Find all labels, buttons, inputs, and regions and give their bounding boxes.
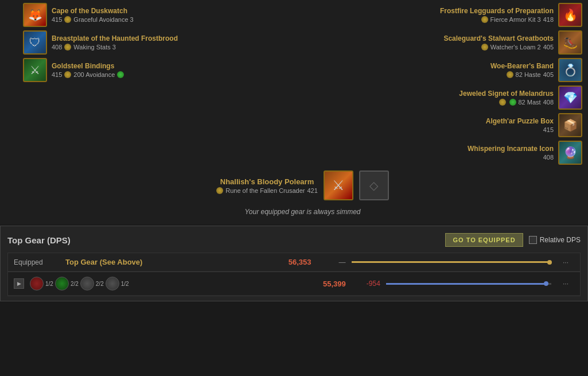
ilvl-cape: 415: [52, 16, 62, 23]
enchant-icon-ring1: [507, 71, 513, 78]
gear-name-breastplate[interactable]: Breastplate of the Haunted Frostbrood: [52, 34, 178, 42]
extra-icon-bindings: [117, 71, 124, 78]
gear-icon-trinket1[interactable]: 📦: [558, 113, 582, 137]
gear-icon-boots[interactable]: 🥾: [558, 30, 582, 55]
offhand-icon[interactable]: ◇: [359, 170, 389, 200]
enchant-weapon: Rune of the Fallen Crusader: [225, 187, 305, 194]
header-controls: GO TO EQUIPPED Relative DPS: [445, 233, 581, 247]
enchant-icon-ring2a: [499, 99, 506, 106]
ilvl-weapon: 421: [307, 187, 317, 194]
mini-icon-3[interactable]: [80, 277, 94, 290]
gear-name-boots[interactable]: Scaleguard's Stalwart Greatboots: [443, 34, 554, 42]
mini-icon-4[interactable]: [106, 277, 119, 290]
weapon-name[interactable]: Nhallish's Bloody Polearm: [220, 177, 314, 186]
alt-row-icons: 1/2 2/2 2/2 1/2: [30, 277, 129, 290]
gear-icon-cape[interactable]: 🦊: [23, 3, 47, 27]
row-diff-equipped: —: [317, 258, 346, 266]
ilvl-boots: 405: [543, 44, 554, 51]
top-gear-title: Top Gear (DPS): [7, 235, 71, 245]
gear-name-trinket1[interactable]: Algeth'ar Puzzle Box: [486, 117, 554, 125]
top-gear-table: Equipped Top Gear (See Above) 56,353 — ·…: [7, 253, 581, 296]
gear-item-ring2: Jeweled Signet of Melandrus 82 Mast 408 …: [309, 86, 583, 110]
enchant-icon-cape: [64, 16, 71, 23]
enchant-ring1: 82 Haste: [516, 71, 541, 78]
simmed-text: Your equipped gear is always simmed: [23, 205, 582, 222]
expand-icon[interactable]: ▶: [14, 278, 24, 289]
gear-icon-ring1[interactable]: 💍: [558, 58, 582, 82]
gear-icon-bindings[interactable]: ⚔: [23, 58, 47, 82]
gear-name-bindings[interactable]: Goldsteel Bindings: [52, 62, 124, 70]
row-bar-equipped: [352, 261, 552, 263]
mini-label-1: 1/2: [45, 281, 53, 287]
gear-item-cape: 🦊 Cape of the Duskwatch 415 Graceful Avo…: [23, 3, 297, 27]
gear-name-ring1[interactable]: Woe-Bearer's Band: [490, 62, 554, 70]
mini-icon-2[interactable]: [55, 277, 69, 290]
bar-dot-alt: [544, 281, 548, 286]
bar-fill-alt: [386, 283, 548, 285]
top-gear-header: Top Gear (DPS) GO TO EQUIPPED Relative D…: [7, 233, 581, 247]
row-label-equipped: Equipped: [14, 258, 60, 266]
table-row-equipped: Equipped Top Gear (See Above) 56,353 — ·…: [8, 253, 580, 272]
bar-fill-equipped: [352, 261, 552, 263]
top-gear-section: Top Gear (DPS) GO TO EQUIPPED Relative D…: [0, 226, 588, 301]
right-gear-column: Frostfire Legguards of Preparation Fierc…: [309, 3, 583, 165]
gear-name-ring2[interactable]: Jeweled Signet of Melandrus: [459, 90, 554, 98]
row-menu-alt[interactable]: ···: [557, 280, 574, 288]
offhand-empty-icon: ◇: [369, 179, 378, 192]
enchant-icon-ring2b: [509, 99, 516, 106]
relative-dps-label: Relative DPS: [540, 236, 581, 244]
weapon-info: Nhallish's Bloody Polearm Rune of the Fa…: [216, 177, 318, 194]
enchant-icon-bindings: [64, 71, 71, 78]
enchant-icon-weapon: [216, 187, 223, 194]
ilvl-trinket1: 415: [543, 126, 554, 133]
enchant-icon-breastplate: [64, 44, 71, 51]
gear-item-bindings: ⚔ Goldsteel Bindings 415 200 Avoidance: [23, 58, 297, 82]
enchant-boots: Watcher's Loam 2: [490, 44, 541, 51]
mini-label-2: 2/2: [71, 281, 79, 287]
ilvl-bindings: 415: [52, 71, 62, 78]
enchant-cape: Graceful Avoidance 3: [73, 16, 133, 23]
bar-dot-equipped: [547, 260, 552, 265]
gear-icon-trinket2[interactable]: 🔮: [558, 141, 582, 165]
relative-dps-toggle: Relative DPS: [529, 236, 581, 244]
gear-item-trinket1: Algeth'ar Puzzle Box 415 📦: [309, 113, 583, 137]
weapon-section: Nhallish's Bloody Polearm Rune of the Fa…: [23, 168, 582, 205]
enchant-breastplate: Waking Stats 3: [73, 44, 116, 51]
gear-item-legguards: Frostfire Legguards of Preparation Fierc…: [309, 3, 583, 27]
row-diff-alt: -954: [352, 280, 380, 288]
gear-name-trinket2[interactable]: Whispering Incarnate Icon: [468, 145, 554, 153]
main-container: 🦊 Cape of the Duskwatch 415 Graceful Avo…: [0, 0, 588, 224]
ilvl-legguards: 418: [543, 16, 554, 23]
gear-item-boots: Scaleguard's Stalwart Greatboots Watcher…: [309, 30, 583, 55]
gear-icon-ring2[interactable]: 💎: [558, 86, 582, 110]
weapon-icon[interactable]: ⚔: [324, 170, 353, 200]
go-to-equipped-button[interactable]: GO TO EQUIPPED: [445, 233, 523, 247]
gear-name-cape[interactable]: Cape of the Duskwatch: [52, 7, 134, 15]
enchant-icon-legguards: [481, 16, 488, 23]
ilvl-ring1: 405: [543, 71, 554, 78]
gear-name-legguards[interactable]: Frostfire Legguards of Preparation: [440, 7, 554, 15]
row-dps-equipped: 56,353: [271, 258, 311, 266]
relative-dps-checkbox[interactable]: [529, 236, 537, 244]
gear-item-breastplate: 🛡 Breastplate of the Haunted Frostbrood …: [23, 30, 297, 55]
row-dps-alt: 55,399: [306, 280, 346, 288]
mini-label-3: 2/2: [96, 281, 104, 287]
mini-label-4: 1/2: [121, 281, 129, 287]
mini-icon-1[interactable]: [30, 277, 44, 290]
gear-section: 🦊 Cape of the Duskwatch 415 Graceful Avo…: [23, 3, 582, 168]
left-gear-column: 🦊 Cape of the Duskwatch 415 Graceful Avo…: [23, 3, 297, 165]
gear-icon-legguards[interactable]: 🔥: [558, 3, 582, 27]
enchant-icon-boots: [481, 44, 488, 51]
gear-item-trinket2: Whispering Incarnate Icon 408 🔮: [309, 141, 583, 165]
gear-item-ring1: Woe-Bearer's Band 82 Haste 405 💍: [309, 58, 583, 82]
ilvl-breastplate: 408: [52, 44, 62, 51]
ilvl-ring2: 408: [543, 99, 554, 106]
enchant-legguards: Fierce Armor Kit 3: [490, 16, 541, 23]
gear-icon-breastplate[interactable]: 🛡: [23, 30, 47, 55]
ilvl-trinket2: 408: [543, 154, 554, 161]
table-row-alt: ▶ 1/2 2/2 2/2 1/2 55,399 -954 ···: [8, 272, 580, 296]
enchant-ring2: 82 Mast: [519, 99, 541, 106]
row-name-equipped: Top Gear (See Above): [65, 258, 266, 266]
enchant-bindings: 200 Avoidance: [73, 71, 115, 78]
row-icons-equipped: ···: [557, 258, 574, 266]
